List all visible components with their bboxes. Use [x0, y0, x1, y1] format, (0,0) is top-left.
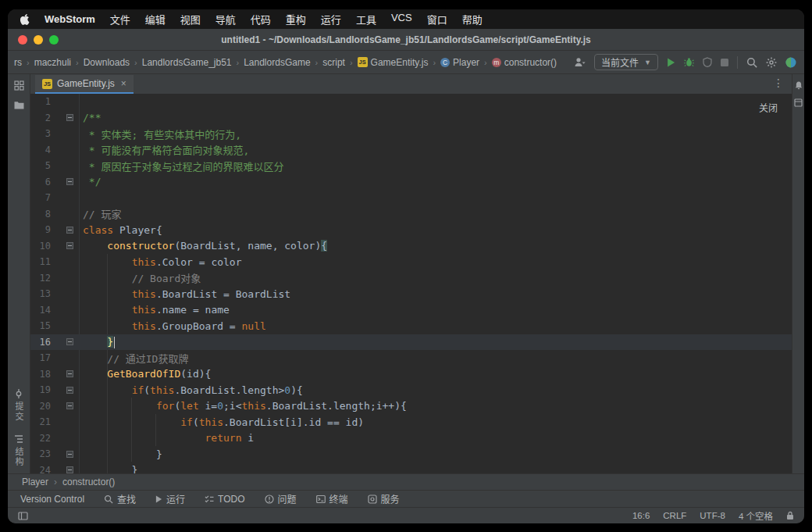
- line-number: 5: [30, 160, 51, 171]
- code-text: /**: [79, 112, 101, 123]
- fold-marker-icon[interactable]: [66, 387, 73, 394]
- fold-marker-icon[interactable]: [66, 402, 73, 409]
- fold-marker-icon[interactable]: [66, 370, 73, 377]
- problems-icon: [265, 495, 274, 504]
- fold-column: [51, 338, 79, 345]
- run-configuration-select[interactable]: 当前文件 ▼: [594, 54, 658, 70]
- menu-item-8[interactable]: VCS: [391, 12, 412, 27]
- breadcrumb-separator: ›: [54, 477, 57, 487]
- run-button[interactable]: [667, 58, 675, 67]
- structure-tool-button[interactable]: 结构: [12, 434, 25, 467]
- screen: WebStorm 文件编辑视图导航代码重构运行工具VCS窗口帮助 untitle…: [8, 9, 804, 523]
- tool-window-button-todo[interactable]: TODO: [205, 494, 244, 505]
- code-line: 18 GetBoardOfID(id){: [30, 366, 792, 383]
- line-number: 6: [30, 177, 51, 187]
- fold-column: [51, 242, 79, 249]
- menu-item-1[interactable]: 编辑: [145, 12, 166, 27]
- breadcrumb-item[interactable]: Downloads: [82, 56, 131, 69]
- code-text: for(let i=0;i<this.BoardList.length;i++)…: [79, 400, 407, 412]
- zoom-window-button[interactable]: [49, 35, 59, 45]
- macos-menu-bar: WebStorm 文件编辑视图导航代码重构运行工具VCS窗口帮助: [8, 9, 804, 29]
- user-account-icon[interactable]: [574, 57, 586, 67]
- line-number: 8: [30, 209, 51, 220]
- apple-menu-icon[interactable]: [20, 14, 30, 25]
- tool-window-label: Version Control: [20, 494, 84, 505]
- tool-window-button-services[interactable]: 服务: [368, 492, 400, 505]
- fold-marker-icon[interactable]: [66, 178, 73, 185]
- line-number: 2: [30, 112, 51, 123]
- breadcrumb-item[interactable]: rs: [12, 56, 23, 69]
- code-text: this.BoardList = BoardList: [79, 288, 290, 300]
- tool-windows-icon[interactable]: [794, 98, 803, 107]
- fold-marker-icon[interactable]: [66, 466, 73, 473]
- breadcrumb-item[interactable]: JSGameEntity.js: [356, 56, 430, 69]
- menu-item-7[interactable]: 工具: [356, 12, 376, 27]
- editor-options-icon[interactable]: ⋮: [773, 77, 784, 89]
- code-with-me-icon[interactable]: [785, 57, 796, 68]
- tool-window-button-version-control[interactable]: Version Control: [20, 494, 84, 505]
- status-line-ending[interactable]: CRLF: [663, 511, 686, 520]
- tab-gameentity-js[interactable]: JS GameEntity.js ×: [35, 75, 134, 94]
- menu-item-3[interactable]: 导航: [215, 12, 236, 27]
- minimize-window-button[interactable]: [34, 35, 43, 45]
- breadcrumb-item[interactable]: mconstructor(): [490, 56, 558, 69]
- debug-button[interactable]: [684, 57, 694, 67]
- status-indent-style[interactable]: 4 个空格: [739, 509, 773, 522]
- menu-item-9[interactable]: 窗口: [427, 12, 447, 27]
- breadcrumb-item[interactable]: LandlordsGame: [242, 56, 312, 69]
- project-tool-button[interactable]: [14, 80, 24, 91]
- menu-item-10[interactable]: 帮助: [462, 12, 483, 27]
- tool-window-button-run[interactable]: 运行: [155, 492, 185, 505]
- code-editor[interactable]: 12/**3 * 实体类; 有些实体其中的行为,4 * 可能没有严格符合面向对象…: [30, 94, 792, 473]
- fold-marker-icon[interactable]: [66, 338, 73, 345]
- code-line: 19 if(this.BoardList.length>0){: [30, 382, 792, 398]
- breadcrumb-item[interactable]: maczhuli: [33, 56, 73, 69]
- line-number: 1: [30, 96, 51, 107]
- breadcrumb-item[interactable]: script: [321, 56, 347, 69]
- coverage-button[interactable]: [703, 57, 712, 67]
- readonly-lock-icon[interactable]: [786, 511, 794, 520]
- close-window-button[interactable]: [18, 35, 27, 45]
- fold-column: [51, 451, 79, 458]
- breadcrumb-item[interactable]: LandlordsGame_jb51: [141, 56, 233, 69]
- menu-app-name[interactable]: WebStorm: [45, 13, 95, 25]
- terminal-icon: [316, 495, 326, 504]
- menu-item-2[interactable]: 视图: [180, 12, 201, 27]
- tool-window-layout-icon[interactable]: [18, 512, 28, 520]
- menu-item-0[interactable]: 文件: [110, 12, 130, 27]
- fold-marker-icon[interactable]: [66, 451, 73, 458]
- tool-window-label: 终端: [329, 492, 348, 505]
- settings-gear-icon[interactable]: [766, 57, 777, 68]
- status-caret-position[interactable]: 16:6: [632, 511, 650, 520]
- fold-marker-icon[interactable]: [66, 227, 73, 234]
- status-encoding[interactable]: UTF-8: [700, 511, 725, 520]
- fold-column: [51, 178, 79, 185]
- code-line: 14 this.name = name: [30, 302, 792, 319]
- tool-window-button-find[interactable]: 查找: [104, 492, 136, 505]
- menu-item-6[interactable]: 运行: [321, 12, 341, 27]
- tool-window-button-problems[interactable]: 问题: [265, 492, 297, 505]
- fold-marker-icon[interactable]: [66, 114, 73, 121]
- bottom-breadcrumb-item[interactable]: Player: [22, 477, 48, 487]
- line-number: 24: [30, 465, 51, 473]
- folder-icon[interactable]: [14, 101, 24, 109]
- line-number: 3: [30, 128, 51, 139]
- breadcrumb: rs›maczhuli›Downloads›LandlordsGame_jb51…: [12, 56, 558, 69]
- tool-window-label: 服务: [381, 492, 400, 505]
- bottom-breadcrumb: Player›constructor(): [8, 473, 804, 490]
- breadcrumb-label: script: [322, 57, 345, 68]
- menu-item-5[interactable]: 重构: [286, 12, 306, 27]
- menu-item-4[interactable]: 代码: [251, 12, 271, 27]
- notifications-bell-icon[interactable]: [794, 80, 803, 91]
- commit-tool-button[interactable]: 提交: [12, 389, 25, 422]
- search-everywhere-icon[interactable]: [746, 57, 757, 68]
- fold-marker-icon[interactable]: [66, 242, 73, 249]
- code-text: class Player{: [79, 224, 162, 236]
- navigation-bar: rs›maczhuli›Downloads›LandlordsGame_jb51…: [8, 51, 804, 74]
- code-line: 8// 玩家: [30, 206, 792, 223]
- breadcrumb-item[interactable]: CPlayer: [439, 56, 481, 69]
- tab-close-icon[interactable]: ×: [121, 78, 126, 89]
- tool-window-button-terminal[interactable]: 终端: [316, 492, 348, 505]
- stop-button[interactable]: [721, 59, 728, 66]
- bottom-breadcrumb-item[interactable]: constructor(): [62, 477, 115, 487]
